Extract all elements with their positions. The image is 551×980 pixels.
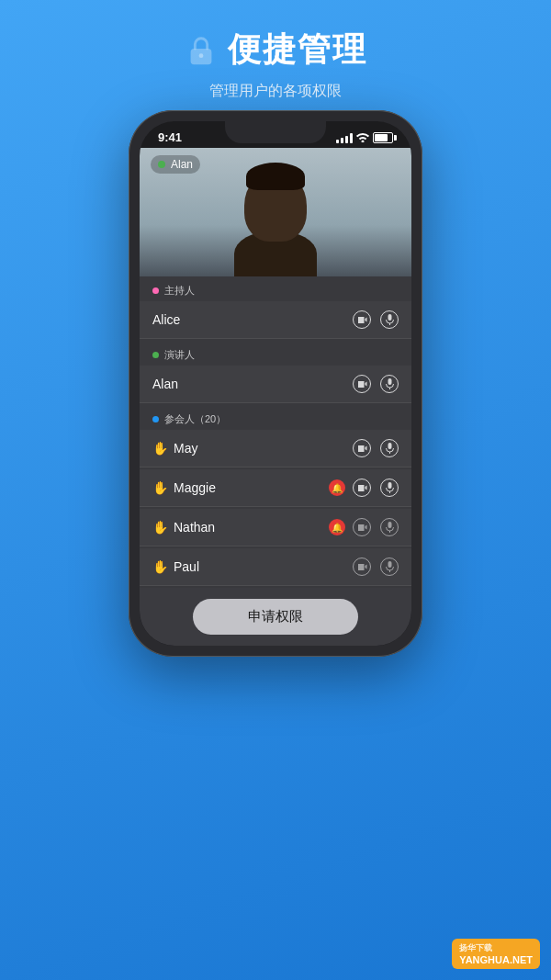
bar1 xyxy=(336,140,339,143)
notification-badge: 🔔 xyxy=(329,479,345,496)
notch xyxy=(225,121,326,143)
section-attendee: 参会人（20） xyxy=(140,405,411,430)
mic-icon[interactable] xyxy=(380,518,399,536)
dot-attendee xyxy=(152,416,159,422)
table-row[interactable]: Alice xyxy=(140,301,411,339)
request-permission-button[interactable]: 申请权限 xyxy=(193,599,358,635)
battery-fill xyxy=(375,134,388,141)
dot-host xyxy=(152,287,159,294)
svg-rect-7 xyxy=(388,561,391,568)
participant-name: Paul xyxy=(174,559,353,574)
cam-icon[interactable] xyxy=(353,518,371,536)
cam-icon[interactable] xyxy=(353,479,371,497)
video-silhouette xyxy=(225,162,326,276)
cam-icon[interactable] xyxy=(353,439,371,457)
dot-speaker xyxy=(152,352,159,358)
head xyxy=(244,170,307,242)
hair xyxy=(246,163,305,190)
lock-icon xyxy=(184,33,219,68)
hand-icon: ✋ xyxy=(152,441,168,456)
action-icons xyxy=(353,310,399,329)
svg-rect-3 xyxy=(388,378,391,385)
label-attendee: 参会人（20） xyxy=(164,412,226,426)
main-title: 便捷管理 xyxy=(228,28,367,73)
hand-icon: ✋ xyxy=(152,559,168,574)
battery xyxy=(373,132,393,143)
svg-rect-6 xyxy=(388,522,391,528)
action-icons xyxy=(353,439,399,457)
svg-rect-2 xyxy=(388,314,391,321)
phone-inner: 9:41 xyxy=(140,121,411,646)
mic-icon[interactable] xyxy=(380,310,399,329)
signal-bars xyxy=(336,132,353,143)
phone-outer: 9:41 xyxy=(129,110,422,657)
action-icons xyxy=(353,479,399,497)
wifi-icon xyxy=(356,132,369,142)
participant-name: Alan xyxy=(152,377,353,391)
status-right xyxy=(336,132,393,143)
mic-icon[interactable] xyxy=(380,439,399,457)
watermark: 扬华下载 YANGHUA.NET xyxy=(452,939,540,969)
notification-badge: 🔔 xyxy=(329,519,345,535)
bar3 xyxy=(345,136,348,143)
cam-icon[interactable] xyxy=(353,375,371,393)
caller-tag: Alan xyxy=(151,155,200,174)
section-speaker: 演讲人 xyxy=(140,341,411,366)
action-icons xyxy=(353,518,399,536)
lock-icon-wrap: 便捷管理 xyxy=(184,28,367,73)
table-row[interactable]: ✋ May xyxy=(140,430,411,467)
bell-icon: 🔔 xyxy=(332,483,343,493)
hand-icon: ✋ xyxy=(152,520,168,535)
participants-panel: 主持人 Alice 演讲人 xyxy=(140,276,411,646)
mic-icon[interactable] xyxy=(380,558,399,576)
watermark-site: 扬华下载 xyxy=(459,942,533,954)
action-icons xyxy=(353,558,399,576)
action-icons xyxy=(353,375,399,393)
table-row[interactable]: ✋ Nathan 🔔 xyxy=(140,509,411,546)
table-row[interactable]: Alan xyxy=(140,366,411,403)
participant-name: May xyxy=(174,441,353,456)
video-area: Alan xyxy=(140,148,411,276)
watermark-url: YANGHUA.NET xyxy=(459,954,533,965)
label-speaker: 演讲人 xyxy=(164,348,195,362)
phone-mockup: 9:41 xyxy=(129,110,422,657)
request-btn-wrap: 申请权限 xyxy=(140,588,411,646)
top-section: 便捷管理 管理用户的各项权限 xyxy=(0,0,551,101)
svg-point-1 xyxy=(199,53,204,58)
participant-name: Alice xyxy=(152,312,353,327)
bar4 xyxy=(350,133,353,143)
mic-icon[interactable] xyxy=(380,479,399,497)
svg-rect-5 xyxy=(388,482,391,489)
participant-name: Nathan xyxy=(174,520,329,535)
bell-icon: 🔔 xyxy=(332,523,343,533)
caller-name: Alan xyxy=(171,158,193,171)
cam-icon[interactable] xyxy=(353,310,371,329)
label-host: 主持人 xyxy=(164,284,195,298)
section-host: 主持人 xyxy=(140,276,411,301)
table-row[interactable]: ✋ Paul xyxy=(140,548,411,586)
hand-icon: ✋ xyxy=(152,480,168,495)
time: 9:41 xyxy=(158,130,182,144)
cam-icon[interactable] xyxy=(353,558,371,576)
bar2 xyxy=(341,138,343,143)
mic-icon[interactable] xyxy=(380,375,399,393)
table-row[interactable]: ✋ Maggie 🔔 xyxy=(140,469,411,507)
svg-rect-4 xyxy=(388,443,391,449)
green-dot xyxy=(158,161,165,168)
sub-title: 管理用户的各项权限 xyxy=(209,82,342,101)
participant-name: Maggie xyxy=(174,480,329,495)
